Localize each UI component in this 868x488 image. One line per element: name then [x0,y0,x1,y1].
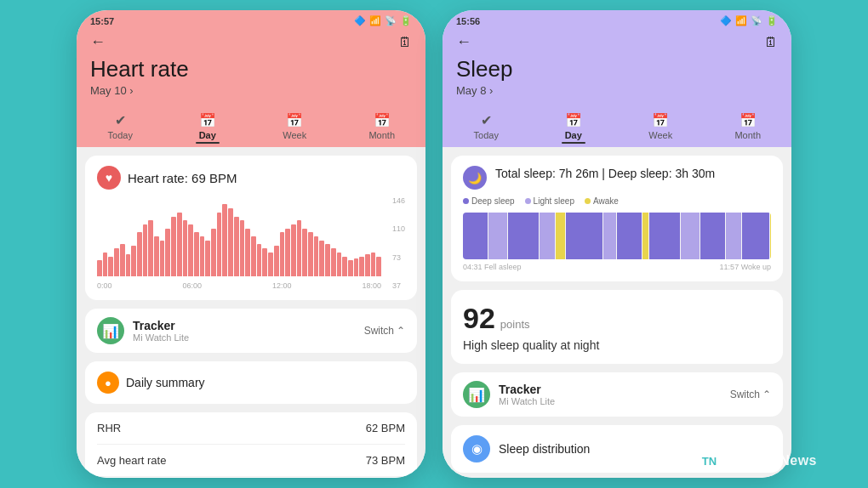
chart-bar [348,260,353,276]
switch-btn-right[interactable]: Switch ⌃ [730,389,771,400]
legend-awake: Awake [585,196,619,206]
page-title-right: Sleep [456,56,778,82]
tab-today-right[interactable]: ✔ Today [443,111,530,147]
chart-bar [131,246,136,276]
back-button-right[interactable]: ← [456,33,471,51]
legend-light-label: Light sleep [534,196,574,206]
tab-day-right[interactable]: 📅 Day [530,111,618,147]
tab-month-icon-left: 📅 [374,112,391,128]
tab-month-icon-right: 📅 [740,112,757,128]
tab-week-label-left: Week [283,130,306,140]
tab-month-right[interactable]: 📅 Month [705,111,792,147]
tracker-device-left: Mi Watch Lite [133,332,356,343]
back-button-left[interactable]: ← [90,33,106,51]
tab-month-left[interactable]: 📅 Month [339,111,426,147]
calendar-icon-left[interactable]: 🗓 [398,35,412,50]
sleep-block-light [540,213,555,259]
tab-day-label-left: Day [199,130,216,140]
heart-rate-card: ♥ Heart rate: 69 BPM 146 110 73 37 [85,156,417,300]
woke-up-label: 11:57 Woke up [720,263,771,271]
chart-bar [308,232,313,276]
chart-bar [337,253,342,276]
sleep-block-light [681,213,700,259]
legend-deep-label: Deep sleep [471,196,515,206]
chart-bar [143,224,148,276]
tab-week-label-right: Week [648,130,672,140]
legend-awake-dot [585,198,591,204]
chart-bar [177,213,182,276]
chart-bar [314,236,319,276]
sleep-total-card: 🌙 Total sleep: 7h 26m | Deep sleep: 3h 3… [451,156,783,281]
hr-chart-x-labels: 0:00 06:00 12:00 18:00 [97,281,381,290]
hr-chart-y-labels: 146 110 73 37 [392,196,405,290]
signal-icon-right: 📶 [735,15,747,26]
daily-summary-icon: ● [97,372,119,394]
sleep-block-deep [463,213,488,259]
page-subtitle-right: May 8 › [456,84,778,97]
signal-icon: 📶 [369,15,381,26]
tab-day-icon-right: 📅 [565,112,582,128]
chart-bar [217,213,222,276]
sleep-block-awake [770,213,771,259]
chart-bar [154,236,159,276]
stat-row-max: Max heart rate 117 BPM [97,477,405,478]
chart-bar [165,229,170,276]
chart-bar [120,244,125,276]
calendar-icon-right[interactable]: 🗓 [764,35,778,50]
chart-bar [103,253,108,276]
sleep-phone: 15:56 🔷 📶 📡 🔋 ← 🗓 Sleep May 8 › ✔ Today [443,10,791,478]
stat-label-rhr: RHR [97,422,121,434]
header-right: ← 🗓 Sleep May 8 › [443,30,791,105]
tracker-card-left: 📊 Tracker Mi Watch Lite Switch ⌃ [85,309,417,353]
chart-bar [200,236,205,276]
chart-bar [291,224,296,276]
tab-week-icon-right: 📅 [652,112,669,128]
chart-bar [222,204,227,276]
wifi-icon-right: 📡 [751,15,762,26]
sleep-block-deep [566,213,602,259]
chart-bar [297,220,302,276]
sleep-block-deep [742,213,770,259]
score-description: High sleep quality at night [463,338,771,352]
score-unit: points [500,318,530,331]
tab-today-left[interactable]: ✔ Today [77,111,164,147]
tab-week-left[interactable]: 📅 Week [251,111,339,147]
tab-active-bar-left [196,142,220,144]
chart-bar [319,241,324,276]
score-card: 92 points High sleep quality at night [451,290,783,364]
sleep-total-header: 🌙 Total sleep: 7h 26m | Deep sleep: 3h 3… [463,166,771,190]
sleep-block-deep [649,213,680,259]
wifi-icon: 📡 [385,15,397,26]
chart-bar [171,217,176,277]
status-bar-left: 15:57 🔷 📶 📡 🔋 [77,10,425,30]
chart-bar [262,248,267,276]
heart-rate-phone: 15:57 🔷 📶 📡 🔋 ← 🗓 Heart rate May 10 › ✔ … [77,10,425,478]
tab-week-right[interactable]: 📅 Week [617,111,705,147]
page-subtitle-left: May 10 › [90,84,412,97]
chart-bar [97,260,102,276]
content-left: ♥ Heart rate: 69 BPM 146 110 73 37 [77,147,425,478]
tracker-device-right: Mi Watch Lite [499,396,722,406]
chart-bar [376,257,381,277]
sleep-icon: 🌙 [463,166,487,190]
switch-btn-left[interactable]: Switch ⌃ [364,325,405,337]
bluetooth-icon: 🔷 [354,15,366,26]
chart-bar [359,257,364,277]
chart-bar [257,244,262,276]
chart-bar [280,232,285,276]
stat-row-rhr: RHR 62 BPM [97,412,405,445]
chart-bar [268,253,273,276]
header-left: ← 🗓 Heart rate May 10 › [77,30,425,105]
chart-bar [194,232,199,276]
chart-bar [331,248,336,276]
tab-bar-left: ✔ Today 📅 Day 📅 Week 📅 Month [77,105,425,147]
sleep-block-deep [508,213,539,259]
score-number: 92 [463,302,495,335]
tab-today-label-right: Today [474,130,499,140]
chart-bar [342,257,347,277]
chart-bar [365,254,370,276]
tab-day-left[interactable]: 📅 Day [164,111,252,147]
score-row: 92 points [463,302,771,335]
tracker-name-left: Tracker [133,319,356,332]
chart-bar [245,229,250,276]
